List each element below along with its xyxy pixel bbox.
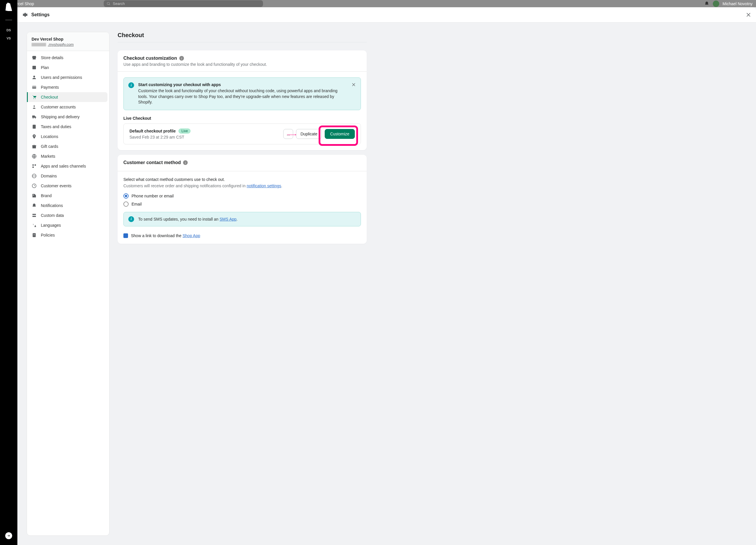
svg-line-1: [109, 4, 110, 5]
nav-taxes[interactable]: Taxes and duties: [27, 122, 109, 132]
nav-events[interactable]: Customer events: [27, 181, 109, 191]
nav-custom-data[interactable]: Custom data: [27, 210, 109, 220]
customization-banner: i Start customizing your checkout with a…: [123, 77, 361, 110]
svg-rect-16: [32, 145, 36, 146]
customization-card: Checkout customization i Use apps and br…: [118, 50, 367, 150]
main-content: Checkout Checkout customization i Use ap…: [118, 32, 367, 272]
title-divider: [118, 42, 367, 42]
contact-subtext: Customers will receive order and shippin…: [123, 183, 361, 188]
nav-store-details[interactable]: Store details: [27, 53, 109, 63]
sms-app-link[interactable]: SMS App: [220, 217, 236, 221]
nav-notifications[interactable]: Notifications: [27, 200, 109, 210]
svg-point-11: [33, 118, 34, 118]
rail-item-vs[interactable]: VS: [0, 34, 17, 42]
settings-modal: Settings Dev Vercel Shop .myshopify.com …: [17, 7, 378, 272]
nav-gift-cards[interactable]: Gift cards: [27, 141, 109, 151]
settings-nav: Store details Plan Users and permissions…: [27, 51, 109, 242]
search-icon: [107, 2, 111, 6]
shop-app-link[interactable]: Shop App: [182, 233, 200, 238]
contact-method-card: Customer contact method i Select what co…: [118, 155, 367, 244]
gear-icon: [22, 12, 28, 18]
svg-point-14: [34, 135, 35, 136]
nav-payments[interactable]: Payments: [27, 82, 109, 92]
nav-customer-accounts[interactable]: Customer accounts: [27, 102, 109, 112]
brand-icon: [32, 193, 37, 198]
nav-plan[interactable]: Plan: [27, 63, 109, 72]
svg-rect-24: [32, 214, 36, 215]
store-domain-link[interactable]: .myshopify.com: [48, 42, 74, 47]
profile-saved: Saved Feb 23 at 2:29 am CST: [129, 135, 283, 139]
nav-checkout[interactable]: Checkout: [27, 92, 107, 102]
nav-policies[interactable]: Policies: [27, 230, 109, 240]
svg-rect-4: [32, 66, 36, 69]
location-icon: [32, 134, 37, 139]
sms-text: To send SMS updates, you need to install…: [138, 217, 238, 221]
store-name: Dev Vercel Shop: [32, 37, 105, 41]
search-placeholder: Search: [113, 1, 125, 6]
more-button[interactable]: ...: [283, 129, 293, 139]
live-badge: Live: [178, 128, 191, 134]
nav-brand[interactable]: Brand: [27, 191, 109, 200]
banner-title: Start customizing your checkout with app…: [138, 82, 347, 87]
svg-point-12: [35, 118, 36, 118]
contact-header: Customer contact method i: [118, 155, 367, 171]
gift-icon: [32, 144, 37, 149]
info-icon[interactable]: i: [179, 56, 184, 61]
shop-app-checkbox-row[interactable]: Show a link to download the Shop App: [123, 233, 361, 238]
settings-title: Settings: [31, 12, 50, 17]
profile-title: Default checkout profile: [129, 129, 176, 133]
settings-header: Settings: [17, 7, 378, 23]
info-icon[interactable]: i: [183, 160, 188, 165]
apps-icon: [32, 163, 37, 169]
languages-icon: [32, 223, 37, 228]
svg-point-10: [34, 105, 35, 107]
nav-locations[interactable]: Locations: [27, 132, 109, 141]
customize-button[interactable]: Customize: [325, 129, 355, 139]
info-circle-icon: i: [128, 82, 134, 88]
plan-icon: [32, 65, 37, 70]
store-icon: [32, 55, 37, 60]
users-icon: [32, 75, 37, 80]
banner-close-icon[interactable]: [351, 82, 356, 87]
events-icon: [32, 183, 37, 188]
checkout-profile-row: Default checkout profile Live Saved Feb …: [123, 123, 361, 144]
store-info: Dev Vercel Shop .myshopify.com: [27, 32, 109, 51]
nav-markets[interactable]: Markets: [27, 151, 109, 161]
svg-rect-20: [32, 167, 34, 168]
duplicate-button[interactable]: Duplicate: [296, 129, 322, 139]
live-checkout-label: Live Checkout: [123, 116, 361, 121]
taxes-icon: [32, 124, 37, 129]
svg-rect-18: [32, 164, 34, 166]
sms-banner: i To send SMS updates, you need to insta…: [123, 212, 361, 226]
nav-domains[interactable]: Domains: [27, 171, 109, 181]
shopify-topbar: Vercel Shop Search Michael Novotny: [0, 0, 378, 7]
globe-icon: [32, 154, 37, 159]
svg-point-9: [35, 98, 36, 99]
checkbox-icon: [123, 233, 128, 238]
radio-icon: [123, 193, 129, 198]
shipping-icon: [32, 114, 37, 119]
info-circle-icon: i: [128, 216, 134, 222]
nav-languages[interactable]: Languages: [27, 220, 109, 230]
domain-redacted: [32, 43, 46, 46]
contact-title: Customer contact method: [123, 160, 181, 165]
payments-icon: [32, 85, 37, 90]
nav-shipping[interactable]: Shipping and delivery: [27, 112, 109, 122]
customization-title: Checkout customization: [123, 56, 177, 61]
bell-icon: [32, 203, 37, 208]
radio-phone-email[interactable]: Phone number or email: [123, 193, 361, 198]
contact-text: Select what contact method customers use…: [123, 177, 361, 182]
settings-sidebar: Dev Vercel Shop .myshopify.com Store det…: [27, 32, 109, 272]
nav-apps[interactable]: Apps and sales channels: [27, 161, 109, 171]
data-icon: [32, 213, 37, 218]
nav-users[interactable]: Users and permissions: [27, 72, 109, 82]
svg-point-5: [33, 76, 35, 77]
shopify-bag-icon[interactable]: [5, 2, 12, 11]
svg-point-0: [107, 2, 109, 4]
rail-item-ds[interactable]: DS: [0, 26, 17, 34]
topbar-search[interactable]: Search: [104, 0, 263, 7]
cart-icon: [32, 94, 37, 100]
radio-email[interactable]: Email: [123, 201, 361, 207]
notification-settings-link[interactable]: notification settings: [247, 183, 281, 188]
person-icon: [32, 104, 37, 110]
